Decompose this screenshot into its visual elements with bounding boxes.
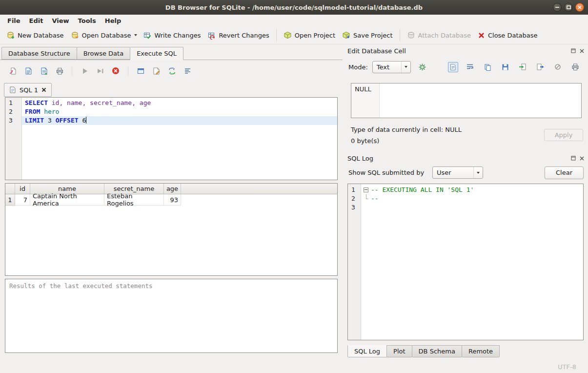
close-tab-icon[interactable] <box>41 87 46 92</box>
tab-database-structure-label: Database Structure <box>8 50 70 57</box>
tab-db-schema[interactable]: DB Schema <box>412 345 462 357</box>
menu-help[interactable]: Help <box>101 16 125 26</box>
save-sql-file-as-button[interactable] <box>38 65 50 77</box>
menu-edit[interactable]: Edit <box>25 16 48 26</box>
float-dock-button[interactable] <box>570 155 576 162</box>
save-project-button[interactable]: Save Project <box>339 29 396 42</box>
cell-id[interactable]: 7 <box>15 194 30 206</box>
close-window-button[interactable] <box>575 3 584 12</box>
chevron-down-icon <box>477 172 480 174</box>
db-browser-window: DB Browser for SQLite - /home/user/code/… <box>0 0 588 373</box>
fold-collapse-icon[interactable] <box>364 187 368 192</box>
window-title: DB Browser for SQLite - /home/user/code/… <box>165 4 423 11</box>
execute-current-line-icon <box>96 67 104 75</box>
clear-log-button[interactable]: Clear <box>545 166 584 179</box>
copy-icon <box>484 63 491 71</box>
set-null-icon <box>554 63 561 70</box>
cell-age[interactable]: 93 <box>164 194 181 206</box>
tab-remote-label: Remote <box>468 348 493 355</box>
cell-name[interactable]: Captain North America <box>30 194 104 206</box>
execute-all-button[interactable] <box>79 65 90 77</box>
save-results-button[interactable] <box>150 65 162 77</box>
copy-cell-button[interactable] <box>482 61 493 73</box>
print-sql-button[interactable] <box>54 65 65 77</box>
column-header-id[interactable]: id <box>15 184 30 194</box>
text-mode-button[interactable] <box>448 62 458 72</box>
minimize-button[interactable] <box>553 3 562 12</box>
mode-label: Mode: <box>348 63 368 71</box>
sql-log-filter-row: Show SQL submitted by User Clear <box>348 166 584 179</box>
float-icon <box>571 156 576 161</box>
tab-browse-data[interactable]: Browse Data <box>77 47 131 60</box>
stop-execution-button[interactable] <box>110 65 122 77</box>
sql-code-area[interactable]: SELECT id, name, secret_name, age FROM h… <box>22 98 337 180</box>
sql-document-tabbar: SQL 1 <box>4 83 52 97</box>
open-project-button[interactable]: Open Project <box>280 29 339 42</box>
save-results-icon <box>152 67 161 75</box>
find-replace-button[interactable] <box>166 65 178 77</box>
export-results-button[interactable] <box>135 65 146 77</box>
cell-value: 93 <box>170 196 178 204</box>
word-wrap-button[interactable] <box>464 61 476 73</box>
save-icon <box>502 63 509 71</box>
menu-file[interactable]: File <box>3 16 25 26</box>
cell-value-editor[interactable]: NULL <box>351 83 582 118</box>
auto-format-button[interactable] <box>182 65 193 77</box>
word-wrap-icon <box>466 63 474 71</box>
cell-mode-row: Mode: Text <box>348 61 581 73</box>
write-changes-button[interactable]: Write Changes <box>140 29 204 42</box>
print-cell-button[interactable] <box>569 61 581 73</box>
import-cell-button[interactable] <box>517 61 528 73</box>
column-header-age[interactable]: age <box>164 184 181 194</box>
save-sql-file-button[interactable] <box>22 65 34 77</box>
sql-log-view[interactable]: 1 2 3 -- EXECUTING ALL IN 'SQL 1' -- <box>347 184 584 340</box>
mode-select[interactable]: Text <box>372 61 411 73</box>
maximize-button[interactable] <box>564 3 573 12</box>
execute-sql-pane: SQL 1 1 2 3 SELECT id, name, secret_name… <box>0 60 343 360</box>
tab-sql-log-label: SQL Log <box>354 348 380 355</box>
maximize-icon <box>567 5 571 9</box>
tab-execute-sql[interactable]: Execute SQL <box>130 47 183 60</box>
set-null-button[interactable] <box>552 61 564 73</box>
execute-current-line-button[interactable] <box>94 65 106 77</box>
column-header-label: age <box>166 185 178 192</box>
attach-database-button[interactable]: Attach Database <box>404 29 474 42</box>
close-database-icon <box>478 32 485 39</box>
new-database-button[interactable]: New Database <box>3 29 67 42</box>
menu-view[interactable]: View <box>47 16 73 26</box>
menu-tools[interactable]: Tools <box>74 16 101 26</box>
apply-button[interactable]: Apply <box>544 129 583 141</box>
float-dock-button[interactable] <box>570 48 576 54</box>
open-database-button[interactable]: Open Database <box>67 29 135 42</box>
sql-editor[interactable]: 1 2 3 SELECT id, name, secret_name, age … <box>5 97 338 180</box>
results-message: Results of the last executed statements <box>9 282 153 290</box>
close-icon <box>580 49 584 53</box>
open-database-dropdown[interactable] <box>132 26 140 44</box>
close-dock-button[interactable] <box>579 155 585 162</box>
close-dock-button[interactable] <box>579 48 585 54</box>
titlebar[interactable]: DB Browser for SQLite - /home/user/code/… <box>0 0 588 15</box>
tab-database-structure[interactable]: Database Structure <box>1 47 77 60</box>
cell-secret-name[interactable]: Esteban Rogelios <box>104 194 164 206</box>
sql-document-tab[interactable]: SQL 1 <box>4 83 52 97</box>
sql-identifiers: id, name, secret_name, age <box>48 99 151 106</box>
column-header-label: name <box>58 185 76 192</box>
tab-remote[interactable]: Remote <box>462 345 500 357</box>
revert-changes-button[interactable]: Revert Changes <box>204 29 272 42</box>
tab-plot[interactable]: Plot <box>386 345 412 357</box>
log-source-select[interactable]: User <box>432 166 483 179</box>
save-cell-button[interactable] <box>499 61 511 73</box>
revert-changes-icon <box>207 31 216 40</box>
sql-number: 3 <box>44 117 55 124</box>
line-number: 3 <box>348 203 361 212</box>
auto-switch-mode-button[interactable] <box>417 61 428 73</box>
encoding-indicator[interactable]: UTF-8 <box>558 363 576 371</box>
sql-tab-label: SQL 1 <box>20 86 38 94</box>
tab-sql-log[interactable]: SQL Log <box>347 345 387 357</box>
fold-line <box>366 194 366 199</box>
cell-value-text: NULL <box>355 85 371 93</box>
export-cell-button[interactable] <box>534 61 546 73</box>
open-sql-file-button[interactable] <box>7 65 19 77</box>
close-database-button[interactable]: Close Database <box>474 29 541 41</box>
close-icon <box>580 156 584 161</box>
